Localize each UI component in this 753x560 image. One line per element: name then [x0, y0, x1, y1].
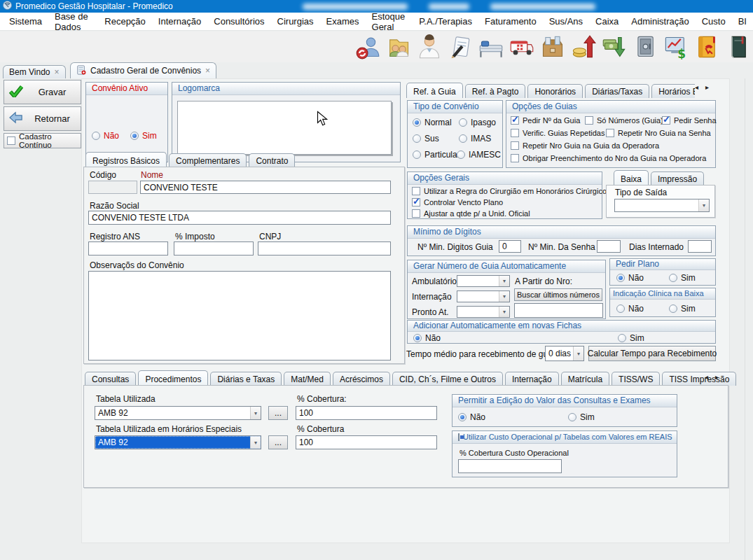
- menu-caixa[interactable]: Caixa: [589, 16, 625, 27]
- chk-pedir-senha[interactable]: Pedir Senha: [662, 116, 717, 125]
- book-icon[interactable]: [722, 32, 753, 62]
- scroll-left-icon[interactable]: ◂: [695, 83, 698, 91]
- menu-consultorios[interactable]: Consultórios: [207, 16, 270, 27]
- tab-tiss-ws[interactable]: TISS/WS: [612, 372, 660, 386]
- min-digitos-guia-field[interactable]: 0: [499, 240, 521, 253]
- tab-baixa[interactable]: Baixa: [614, 170, 649, 186]
- users-folder-icon[interactable]: [383, 32, 414, 62]
- pronto-at-dropdown[interactable]: ▾: [457, 306, 510, 318]
- revenue-up-icon[interactable]: [568, 32, 599, 62]
- hospital-bed-icon[interactable]: [476, 32, 506, 62]
- tab-mat-med[interactable]: Mat/Med: [284, 372, 331, 386]
- checkbox[interactable]: [511, 129, 519, 137]
- tab-diarias-e-taxas[interactable]: Diárias e Taxas: [210, 372, 282, 386]
- tabela-especiais-dropdown[interactable]: AMB 92 ▾: [95, 435, 261, 449]
- razao-social-field[interactable]: CONVENIO TESTE LTDA: [88, 211, 391, 225]
- pedir-plano-sim[interactable]: Sim: [669, 273, 696, 283]
- radio-sus[interactable]: [413, 134, 421, 143]
- chk-pedir-numero-guia[interactable]: Pedir Nº da Guia: [511, 116, 580, 125]
- radio-nao[interactable]: [413, 334, 422, 342]
- tab-close-icon[interactable]: ×: [205, 66, 210, 76]
- radio-sim[interactable]: [130, 132, 139, 140]
- tab-impressao[interactable]: Impressão: [651, 172, 704, 186]
- chevron-down-icon[interactable]: ▾: [499, 307, 509, 317]
- tab-bem-vindo[interactable]: Bem Vindo ×: [3, 65, 66, 78]
- tab-honorarios[interactable]: Honorários: [527, 84, 583, 98]
- tab-registros-basicos[interactable]: Registros Básicos: [85, 152, 167, 167]
- cnpj-field[interactable]: [258, 241, 391, 255]
- chevron-down-icon[interactable]: ▾: [499, 276, 509, 286]
- gravar-button[interactable]: Gravar: [4, 80, 81, 104]
- tipo-iamesc[interactable]: IAMESC: [457, 150, 501, 160]
- tab-close-icon[interactable]: ×: [54, 67, 59, 77]
- tab-cid-chs-filme[interactable]: CID, Ch´s, Filme e Outros: [392, 372, 503, 386]
- radio-imas[interactable]: [459, 134, 467, 143]
- checkbox[interactable]: [511, 154, 519, 162]
- tab-complementares[interactable]: Complementares: [169, 153, 247, 167]
- menu-pa-terapias[interactable]: P.A./Terapias: [413, 16, 478, 27]
- sync-user-icon[interactable]: [352, 32, 383, 62]
- menu-administracao[interactable]: Administração: [625, 16, 695, 27]
- chevron-down-icon[interactable]: ▾: [250, 436, 261, 449]
- a-partir-nro-field[interactable]: [514, 303, 603, 318]
- chk-regra-cirurgiao[interactable]: Utilizar a Regra do Cirurgião em Honorár…: [412, 187, 611, 195]
- checkbox[interactable]: [412, 198, 420, 206]
- tab-diarias-taxas[interactable]: Diárias/Taxas: [585, 84, 649, 98]
- calcular-tempo-button[interactable]: Calcular Tempo para Recebimento: [588, 346, 716, 361]
- indicacao-nao[interactable]: Não: [616, 304, 644, 314]
- radio-sim[interactable]: [618, 334, 626, 342]
- ambulatorio-dropdown[interactable]: ▾: [457, 275, 510, 287]
- menu-estoque-geral[interactable]: Estoque Geral: [366, 11, 413, 32]
- dias-internado-field[interactable]: [688, 240, 712, 253]
- chk-obrigar-preenchimento[interactable]: Obrigar Preenchimento do Nro da Guia na …: [511, 154, 706, 162]
- tab-contrato[interactable]: Contrato: [249, 153, 295, 167]
- phone-book-icon[interactable]: [691, 32, 722, 62]
- radio-normal[interactable]: [413, 118, 421, 127]
- chk-ajustar-qtde[interactable]: Ajustar a qtde p/ a Unid. Oficial: [412, 209, 530, 218]
- tipo-particular[interactable]: Particular: [413, 150, 460, 160]
- observacoes-textarea[interactable]: [88, 271, 391, 360]
- pedir-plano-nao[interactable]: Não: [616, 273, 644, 283]
- tab-ref-pagto[interactable]: Ref. à Pagto: [465, 84, 526, 98]
- cobertura-custo-field[interactable]: [458, 459, 562, 473]
- checkbox[interactable]: [662, 116, 670, 125]
- radio-iamesc[interactable]: [457, 150, 465, 159]
- checkbox[interactable]: [606, 129, 614, 137]
- cobertura1-field[interactable]: 100: [296, 406, 437, 420]
- indicacao-sim[interactable]: Sim: [669, 304, 696, 314]
- tipo-sus[interactable]: Sus: [413, 134, 439, 144]
- logomarca-canvas[interactable]: [177, 101, 392, 155]
- checkbox[interactable]: [412, 187, 420, 195]
- menu-bi[interactable]: BI: [732, 16, 753, 27]
- tab-matricula[interactable]: Matrícula: [561, 372, 609, 386]
- radio-sim[interactable]: [568, 413, 576, 421]
- buscar-numeros-button[interactable]: Buscar últimos números: [514, 288, 602, 301]
- permitir-nao[interactable]: Não: [458, 412, 485, 422]
- cash-out-icon[interactable]: [599, 32, 630, 62]
- nome-field[interactable]: CONVENIO TESTE: [140, 181, 391, 194]
- adicionar-sim[interactable]: Sim: [618, 333, 644, 343]
- convenio-ativo-nao[interactable]: Não: [92, 131, 119, 141]
- tab-cadastro-convenios[interactable]: Cadastro Geral de Convênios ×: [70, 62, 216, 78]
- chevron-down-icon[interactable]: ▾: [573, 346, 583, 360]
- adicionar-nao[interactable]: Não: [413, 333, 441, 343]
- checkbox[interactable]: [511, 141, 519, 150]
- chk-repetir-nro-senha[interactable]: Repetir Nro Guia na Senha: [606, 129, 711, 137]
- chevron-down-icon[interactable]: ▾: [698, 200, 709, 211]
- tipo-ipasgo[interactable]: Ipasgo: [459, 118, 496, 127]
- custo-operacional-checkbox[interactable]: [458, 433, 460, 441]
- tabela-especiais-browse-button[interactable]: ...: [268, 435, 288, 449]
- checkbox[interactable]: [511, 116, 519, 125]
- chevron-down-icon[interactable]: ▾: [250, 407, 261, 419]
- tabela-browse-button[interactable]: ...: [268, 406, 288, 420]
- radio-sim[interactable]: [669, 304, 677, 313]
- stock-icon[interactable]: [537, 32, 568, 62]
- checkbox[interactable]: [412, 209, 420, 218]
- permitir-sim[interactable]: Sim: [568, 412, 595, 422]
- menu-sus-ans[interactable]: Sus/Ans: [543, 16, 589, 27]
- cadastro-continuo-checkbox[interactable]: [7, 136, 15, 145]
- tab-tiss-impressao[interactable]: TISS Impressão: [662, 372, 736, 386]
- cadastro-continuo-toggle[interactable]: Cadastro Contínuo: [4, 133, 81, 148]
- radio-nao[interactable]: [616, 304, 625, 313]
- retornar-button[interactable]: Retornar: [4, 106, 81, 131]
